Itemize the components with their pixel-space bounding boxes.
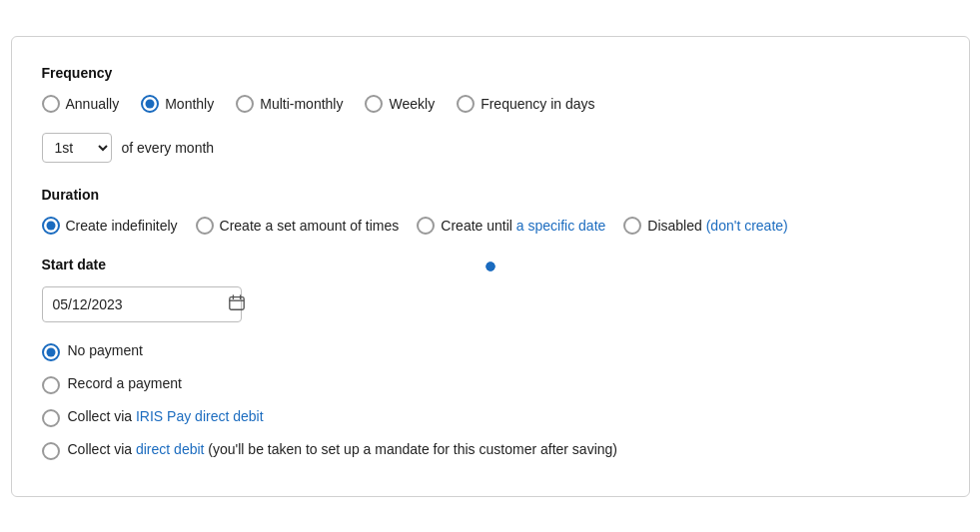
radio-indefinitely[interactable]: Create indefinitely [42, 217, 178, 235]
radio-indefinitely-label: Create indefinitely [66, 218, 178, 234]
radio-iris-pay[interactable]: Collect via IRIS Pay direct debit [42, 408, 939, 427]
duration-radio-group: Create indefinitely Create a set amount … [42, 217, 939, 235]
radio-weekly-label: Weekly [389, 96, 435, 112]
radio-record-payment-label: Record a payment [68, 375, 182, 391]
until-date-accent: a specific date [516, 218, 606, 234]
radio-set-amount-label: Create a set amount of times [220, 218, 400, 234]
radio-until-date[interactable]: Create until a specific date [417, 217, 605, 235]
radio-disabled[interactable]: Disabled (don't create) [623, 217, 787, 235]
radio-indefinitely-input[interactable] [42, 217, 60, 235]
date-input-wrapper[interactable] [42, 286, 242, 322]
radio-multi-monthly[interactable]: Multi-monthly [236, 95, 343, 113]
start-date-title: Start date [42, 257, 939, 272]
radio-disabled-input[interactable] [623, 217, 641, 235]
duration-section: Duration Create indefinitely Create a se… [42, 187, 939, 235]
radio-iris-pay-input[interactable] [42, 409, 60, 427]
radio-record-payment[interactable]: Record a payment [42, 375, 939, 394]
radio-set-amount-input[interactable] [196, 217, 214, 235]
direct-debit-accent: direct debit [136, 441, 204, 457]
radio-direct-debit-input[interactable] [42, 442, 60, 460]
radio-disabled-label: Disabled (don't create) [647, 218, 787, 234]
radio-until-date-label: Create until a specific date [441, 218, 605, 234]
radio-frequency-in-days[interactable]: Frequency in days [457, 95, 594, 113]
radio-frequency-in-days-input[interactable] [457, 95, 475, 113]
frequency-section: Frequency Annually Monthly Multi-monthly… [42, 65, 939, 113]
radio-multi-monthly-input[interactable] [236, 95, 254, 113]
radio-annually[interactable]: Annually [42, 95, 120, 113]
radio-until-date-input[interactable] [417, 217, 435, 235]
payment-options: No payment Record a payment Collect via … [42, 342, 939, 460]
radio-direct-debit-label: Collect via direct debit (you'll be take… [68, 441, 618, 457]
svg-rect-0 [229, 296, 243, 309]
radio-iris-pay-label: Collect via IRIS Pay direct debit [68, 408, 264, 424]
date-input[interactable] [53, 296, 228, 312]
of-every-month-label: of every month [122, 140, 215, 156]
radio-multi-monthly-label: Multi-monthly [260, 96, 343, 112]
frequency-radio-group: Annually Monthly Multi-monthly Weekly Fr… [42, 95, 939, 113]
radio-weekly[interactable]: Weekly [365, 95, 435, 113]
frequency-title: Frequency [42, 65, 939, 81]
iris-pay-accent: IRIS Pay direct debit [136, 408, 264, 424]
radio-no-payment-input[interactable] [42, 343, 60, 361]
radio-no-payment-label: No payment [68, 342, 143, 358]
radio-no-payment[interactable]: No payment [42, 342, 939, 361]
radio-annually-label: Annually [66, 96, 120, 112]
radio-monthly-input[interactable] [141, 95, 159, 113]
radio-set-amount[interactable]: Create a set amount of times [196, 217, 400, 235]
duration-title: Duration [42, 187, 939, 203]
radio-monthly-label: Monthly [165, 96, 214, 112]
disabled-accent: (don't create) [706, 218, 788, 234]
radio-direct-debit[interactable]: Collect via direct debit (you'll be take… [42, 441, 939, 460]
radio-record-payment-input[interactable] [42, 376, 60, 394]
start-date-section: Start date [42, 257, 939, 322]
main-card: Frequency Annually Monthly Multi-monthly… [11, 36, 970, 497]
radio-annually-input[interactable] [42, 95, 60, 113]
radio-weekly-input[interactable] [365, 95, 383, 113]
calendar-icon[interactable] [228, 293, 246, 315]
radio-monthly[interactable]: Monthly [141, 95, 214, 113]
radio-frequency-in-days-label: Frequency in days [481, 96, 594, 112]
day-select[interactable]: 1st 2nd 3rd 4th 5th Last [42, 133, 112, 163]
day-selector-row: 1st 2nd 3rd 4th 5th Last of every month [42, 133, 939, 163]
